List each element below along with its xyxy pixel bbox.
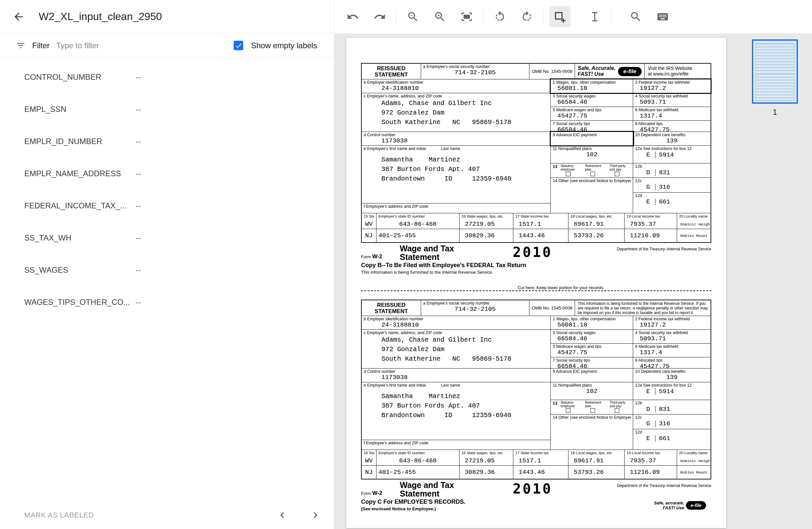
filter-input[interactable]	[56, 41, 218, 50]
w2-stateid1-value: 643-86-468	[378, 221, 457, 228]
w2-header-row: REISSUED STATEMENT a Employee's social s…	[362, 300, 711, 316]
w2-box9-value	[553, 137, 631, 144]
filter-icon	[16, 41, 26, 50]
w2-ein-label: b Employer identification number	[364, 80, 549, 85]
w2-box13-label: 13	[553, 401, 557, 413]
w2-box4-cell: 4 Social security tax withheld 5093.71	[633, 93, 711, 107]
label-row-ss-wages[interactable]: SS_WAGES --	[0, 254, 334, 286]
w2-box12d-code: E	[646, 435, 650, 442]
w2-box7-label: 7 Social security tips	[553, 358, 631, 363]
page-thumbnail[interactable]	[752, 39, 798, 104]
prev-document-button[interactable]	[276, 509, 289, 521]
w2-row-11-12a: 11 Nonqualified plans 102 12a See instru…	[551, 146, 711, 163]
w2-stateid1-value: 643-86-468	[378, 457, 457, 465]
w2-state2-cell: NJ	[362, 229, 376, 242]
w2-state1-value: WV	[364, 221, 374, 228]
back-button[interactable]	[13, 11, 25, 23]
w2-form-number: Form W-2	[361, 253, 382, 260]
w2-ein-cell: b Employer identification number 24-3188…	[362, 79, 551, 93]
toolbar-separator	[396, 10, 396, 24]
w2-boxes-11-14: 11 Nonqualified plans 102 12a See instru…	[551, 146, 711, 213]
rotate-left-button[interactable]	[489, 6, 510, 27]
rotate-right-button[interactable]	[516, 6, 537, 27]
w2-box8-label: 8 Allocated tips	[635, 358, 709, 363]
label-row-empl-ssn[interactable]: EMPL_SSN --	[0, 93, 334, 126]
next-document-button[interactable]	[309, 509, 322, 521]
w2-box3-cell: 3 Social security wages 66584.46	[551, 330, 633, 343]
w2-employee-name: Samantha Martinez	[364, 392, 549, 401]
w2-box12a-code: E	[646, 388, 650, 395]
w2-employee-addr2: Brandontown ID 12359-6940	[364, 174, 549, 183]
w2-box12c-value: 316	[659, 183, 670, 191]
w2-thirdparty-sickpay-checkbox	[615, 408, 619, 413]
w2-reissued-box: REISSUED STATEMENT	[362, 64, 421, 79]
w2-ssn-label: a Employee's social security number	[423, 64, 527, 69]
w2-state2-cell: NJ	[362, 466, 376, 479]
zoom-out-button[interactable]	[402, 6, 423, 27]
w2-localtax2-value: 11216.09	[626, 469, 660, 476]
w2-ssn-cell: a Employee's social security number 714-…	[421, 300, 530, 316]
page-nav-buttons	[276, 509, 322, 521]
w2-box10-cell: 10 Dependent care benefits 139	[633, 132, 711, 145]
w2-state-row-2: NJ 401-25-455 30829.36 1443.46 53793.26 …	[362, 229, 711, 242]
arrow-back-icon	[13, 11, 25, 23]
w2-box14-label: 14 Other (see enclosed Notice to Employe…	[553, 415, 631, 420]
thumbnail-rail: 1	[738, 33, 812, 529]
w2-retirement-plan-label: Retirement plan	[585, 401, 607, 408]
label-name: EMPLR_ID_NUMBER	[24, 137, 135, 146]
label-row-control-number[interactable]: CONTROL_NUMBER --	[0, 61, 334, 93]
w2-statutory-employee-label: Statutory employee	[561, 401, 582, 408]
mark-as-labeled-button[interactable]: MARK AS LABELED	[24, 511, 94, 519]
w2-header-info-cell: Safe, Accurate, FAST! Use e-file Visit t…	[575, 64, 711, 79]
fit-to-screen-button[interactable]	[456, 6, 477, 27]
show-empty-labels-checkbox[interactable]	[234, 41, 243, 50]
efile-logo-bottom: e-file	[686, 501, 706, 510]
document-viewport[interactable]: REISSUED STATEMENT a Employee's social s…	[334, 33, 738, 529]
w2-box12cd-column: 12c G 316 12d E 6	[633, 414, 711, 450]
w2-efile-safe-text: Safe, Accurate, FAST! Use	[575, 64, 615, 79]
document-page[interactable]: REISSUED STATEMENT a Employee's social s…	[346, 38, 726, 528]
search-button[interactable]	[625, 6, 646, 27]
w2-localtax2-cell: 11216.09	[625, 466, 677, 479]
w2-efile-bottom-line2: FAST! Use	[654, 505, 684, 510]
redo-button[interactable]	[369, 6, 390, 27]
w2-box1-cell: 1 Wages, tips, other compensation 56081.…	[551, 316, 633, 329]
w2-box4-label: 4 Social security tax withheld	[635, 330, 709, 335]
zoom-in-button[interactable]	[429, 6, 450, 27]
w2-box3-label: 3 Social security wages	[553, 94, 631, 99]
thumbnail-page-number: 1	[773, 108, 777, 117]
w2-box11-value: 102	[553, 151, 631, 159]
w2-statewages1-cell: 16 State wages, tips, etc. 27219.05	[460, 213, 513, 229]
w2-locality2-cell: Robles Mount	[677, 466, 711, 479]
w2-visit-line1: Visit the IRS Website	[648, 65, 707, 71]
w2-box12d-value: 661	[659, 198, 670, 205]
w2-header-info-cell: Safe, Accurate, FAST! Use e-file Visit t…	[575, 300, 711, 316]
w2-form-title: Wage and Tax Statement	[400, 481, 454, 498]
w2-box12c-cell: 12c G 316	[633, 178, 711, 193]
w2-control-cell: d Control number 1173038	[362, 369, 551, 382]
w2-copy-area: Copy C For EMPLOYEE'S RECORDS. (See encl…	[361, 499, 711, 512]
keyboard-shortcuts-button[interactable]	[652, 6, 673, 27]
w2-box9-cell: 9 Advance EIC payment	[551, 369, 633, 382]
w2-localtax1-cell: 19 Local income tax 7935.37	[625, 213, 677, 229]
label-row-wages-tips-other[interactable]: WAGES_TIPS_OTHER_CO... --	[0, 286, 334, 318]
w2-box9-value	[553, 374, 631, 381]
w2-statewages-label: 16 State wages, tips, etc.	[462, 451, 511, 455]
undo-button[interactable]	[342, 6, 363, 27]
w2-efile-safe-line2: FAST! Use	[578, 71, 615, 77]
w2-box12b-divider	[655, 169, 655, 176]
w2-copy-c-legal-note: This information is being furnished to t…	[575, 300, 711, 316]
label-row-ss-tax-wh[interactable]: SS_TAX_WH --	[0, 222, 334, 254]
w2-row-14-12cd: 14 Other (see enclosed Notice to Employe…	[551, 414, 711, 450]
text-cursor-tool-button[interactable]	[584, 6, 605, 27]
w2-box12a-cell: 12a See instructions for box 12 E 5914	[633, 382, 711, 400]
label-row-emplr-name-address[interactable]: EMPLR_NAME_ADDRESS --	[0, 158, 334, 190]
label-row-federal-income-tax[interactable]: FEDERAL_INCOME_TAX_... --	[0, 190, 334, 222]
w2-copy-label: Copy C For EMPLOYEE'S RECORDS.	[361, 499, 465, 505]
bounding-box-tool-button[interactable]	[549, 6, 570, 27]
label-row-emplr-id-number[interactable]: EMPLR_ID_NUMBER --	[0, 126, 334, 158]
label-name: FEDERAL_INCOME_TAX_...	[24, 201, 135, 210]
toolbar-separator	[483, 10, 483, 24]
w2-box12a-value: 5914	[659, 151, 674, 159]
w2-box6-cell: 6 Medicare tax withheld 1317.4	[633, 343, 711, 357]
